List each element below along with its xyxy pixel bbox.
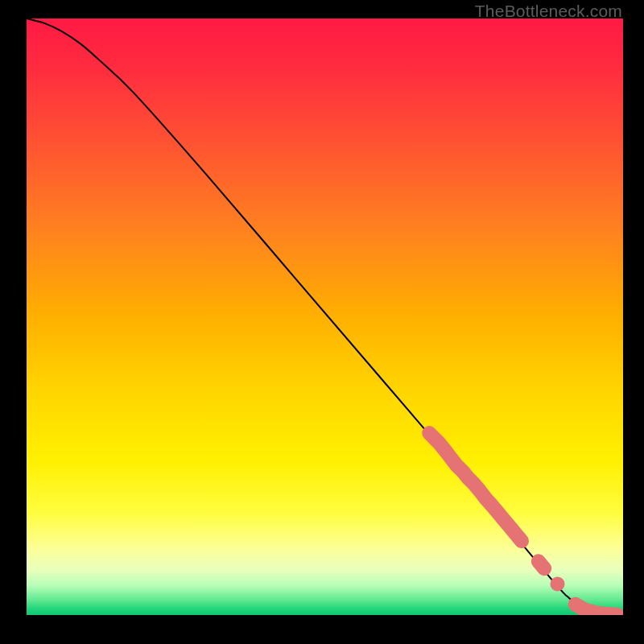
gradient-background bbox=[27, 19, 623, 615]
chart-svg bbox=[27, 19, 623, 615]
chart-container: { "watermark": "TheBottleneck.com", "col… bbox=[0, 0, 644, 644]
marker-segment bbox=[539, 561, 544, 568]
marker-dot bbox=[550, 576, 564, 591]
plot-area bbox=[27, 19, 623, 615]
